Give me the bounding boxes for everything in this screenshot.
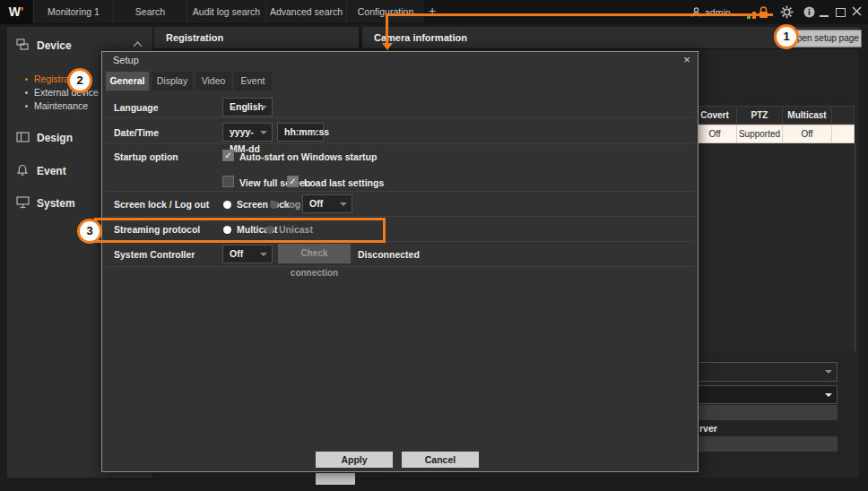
list-item[interactable] xyxy=(692,436,838,452)
w-logo: W' xyxy=(0,0,32,24)
fullscreen-checkbox[interactable] xyxy=(222,176,234,187)
autostart-label: Auto-start on Windows startup xyxy=(239,151,377,162)
gear-icon[interactable] xyxy=(780,5,794,19)
application-window: W' Monitoring 1 Search Audit log search … xyxy=(0,0,868,491)
lock-icon[interactable] xyxy=(758,6,769,19)
table-cell-ptz: Supported xyxy=(737,125,783,143)
dialog-tab-event[interactable]: Event xyxy=(234,72,272,90)
chevron-down-icon xyxy=(311,131,318,134)
logo-letter: W xyxy=(9,4,21,19)
check-icon: ✓ xyxy=(224,151,231,160)
log-out-radio[interactable] xyxy=(270,201,278,209)
list-item-server[interactable]: rver xyxy=(692,420,838,436)
language-label: Language xyxy=(114,102,159,113)
table-header-filler xyxy=(832,106,855,125)
chevron-down-icon xyxy=(260,131,267,134)
divider xyxy=(106,117,694,118)
table-body[interactable] xyxy=(693,143,855,351)
chevron-down-icon xyxy=(260,253,267,256)
logo-tick: ' xyxy=(21,4,23,19)
dialog-tab-display[interactable]: Display xyxy=(152,72,193,90)
divider xyxy=(106,143,694,144)
connection-status: Disconnected xyxy=(358,249,420,260)
divider xyxy=(106,266,694,267)
time-format-value: hh:mm:ss xyxy=(284,126,329,137)
tab-monitoring[interactable]: Monitoring 1 xyxy=(33,0,114,23)
chevron-down-icon xyxy=(825,370,832,374)
apply-button[interactable]: Apply xyxy=(316,452,393,468)
screen-lock-timeout-dropdown[interactable]: Off xyxy=(302,194,352,213)
dialog-close-icon[interactable]: × xyxy=(680,53,694,67)
username-label: admin xyxy=(705,7,731,18)
sidebar-item-maintenance[interactable]: Maintenance xyxy=(25,100,88,111)
maximize-icon[interactable] xyxy=(836,8,846,17)
table-header-multicast: Multicast xyxy=(783,106,832,125)
chevron-down-icon xyxy=(340,202,347,206)
screen-lock-option[interactable]: Screen lock xyxy=(237,199,290,210)
screen-lock-radio[interactable] xyxy=(223,201,231,209)
callout-arrow-down-icon xyxy=(382,43,393,50)
info-icon[interactable] xyxy=(803,6,815,18)
background-dropdown-2[interactable] xyxy=(692,385,838,404)
sidebar-item-label: Maintenance xyxy=(34,100,88,111)
streaming-protocol-highlight-box xyxy=(94,218,386,243)
tab-advanced-search[interactable]: Advanced search xyxy=(265,0,347,23)
dialog-tab-general[interactable]: General xyxy=(106,72,149,90)
callout-step-3: 3 xyxy=(77,219,102,244)
language-value: English xyxy=(230,101,264,112)
divider xyxy=(106,216,694,217)
bullet-icon xyxy=(25,105,28,108)
table-header-ptz: PTZ xyxy=(737,106,783,125)
registration-panel-header: Registration xyxy=(154,27,359,49)
dialog-title: Setup xyxy=(113,55,139,65)
sidebar-item-device[interactable]: Device xyxy=(37,39,72,52)
date-format-value: yyyy-MM-dd xyxy=(230,126,260,154)
system-controller-value: Off xyxy=(230,248,243,259)
tab-audit-log-search[interactable]: Audit log search xyxy=(187,0,266,23)
bullet-icon xyxy=(25,91,28,94)
table-cell-multicast: Off xyxy=(783,125,832,143)
bullet-icon xyxy=(25,78,28,81)
chevron-down-icon xyxy=(825,393,832,397)
setup-dialog xyxy=(101,51,699,472)
cancel-button[interactable]: Cancel xyxy=(402,452,479,468)
autostart-checkbox[interactable]: ✓ xyxy=(222,150,234,161)
tab-search[interactable]: Search xyxy=(113,0,187,23)
callout-line-horizontal xyxy=(386,13,773,16)
table-header-covert: Covert xyxy=(693,106,737,125)
minimize-icon[interactable] xyxy=(820,15,829,17)
check-connection-button[interactable]: Check connection xyxy=(278,244,351,263)
date-format-dropdown[interactable]: yyyy-MM-dd xyxy=(222,123,273,142)
device-icon xyxy=(16,39,30,51)
divider xyxy=(106,191,694,192)
screen-lock-timeout-value: Off xyxy=(309,198,323,209)
add-tab-button[interactable]: + xyxy=(424,0,440,23)
startup-option-label: Startup option xyxy=(114,151,178,162)
language-dropdown[interactable]: English xyxy=(222,98,273,116)
sidebar-item-design[interactable]: Design xyxy=(37,132,73,144)
fullscreen-label: View full screen xyxy=(239,177,310,188)
callout-step-2: 2 xyxy=(67,68,92,93)
design-icon xyxy=(16,132,30,142)
dialog-tab-video[interactable]: Video xyxy=(195,72,231,90)
callout-line-vertical xyxy=(386,13,388,43)
table-cell-covert: Off xyxy=(693,125,737,143)
close-icon[interactable] xyxy=(851,5,863,17)
table-cell-filler xyxy=(832,125,855,143)
sidebar-item-system[interactable]: System xyxy=(37,197,75,210)
system-controller-dropdown[interactable]: Off xyxy=(222,245,273,263)
hidden-button-partial[interactable] xyxy=(316,473,355,485)
background-dropdown-1[interactable] xyxy=(692,362,838,382)
chevron-up-icon[interactable] xyxy=(133,41,143,47)
callout-step-1: 1 xyxy=(774,24,799,49)
loadlast-checkbox[interactable]: ✓ xyxy=(287,176,299,187)
check-icon: ✓ xyxy=(289,177,296,186)
datetime-label: Date/Time xyxy=(114,127,159,138)
person-icon xyxy=(690,6,702,18)
time-format-dropdown[interactable]: hh:mm:ss xyxy=(277,123,324,142)
sidebar-item-event[interactable]: Event xyxy=(37,165,66,177)
system-icon xyxy=(16,196,30,209)
list-item[interactable] xyxy=(692,405,838,420)
loadlast-label: Load last settings xyxy=(304,177,384,188)
event-icon xyxy=(16,164,29,177)
